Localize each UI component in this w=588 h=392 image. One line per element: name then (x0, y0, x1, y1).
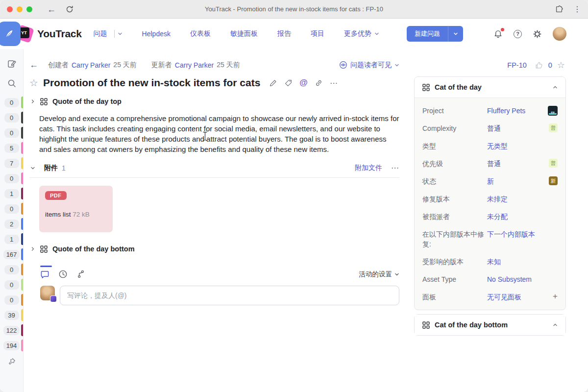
bottom-panel-header[interactable]: Cat of the day bottom (415, 315, 565, 335)
drafts-icon[interactable] (7, 59, 17, 69)
new-issue-button[interactable]: 新建问题 (407, 26, 448, 42)
comments-tab-icon[interactable] (40, 270, 49, 279)
section-quote-bottom[interactable]: Quote of the day bottom (29, 245, 399, 253)
nav-item-4[interactable]: 报告 (277, 29, 291, 38)
issue-main-column: ← 创建者 Carry Parker 25 天前 更新者 Carry Parke… (29, 49, 399, 392)
comment-input[interactable] (60, 286, 399, 305)
thumbs-up-icon[interactable] (535, 61, 543, 70)
fields-panel-header[interactable]: Cat of the day (415, 77, 565, 98)
chevron-down-icon[interactable] (30, 166, 35, 171)
created-user-link[interactable]: Carry Parker (72, 61, 110, 69)
user-avatar[interactable] (553, 27, 566, 41)
count-color-bar (21, 294, 23, 306)
close-window-button[interactable] (7, 6, 13, 12)
history-clock-tab-icon[interactable] (58, 270, 68, 279)
issue-title-row: ☆ Promotion of the new in-stock items fo… (29, 77, 399, 89)
field-value[interactable]: 新 (487, 176, 549, 186)
notifications-bell-icon[interactable] (493, 29, 503, 39)
attachments-more-icon[interactable]: ⋯ (391, 163, 399, 172)
sidebar-count-item[interactable]: 1 (0, 232, 23, 247)
browser-back-icon[interactable]: ← (47, 5, 56, 14)
attach-file-link[interactable]: 附加文件 (355, 164, 382, 172)
sidebar-count-item[interactable]: 167 (0, 247, 23, 262)
field-badge-slot: FP (548, 106, 558, 116)
updated-user-link[interactable]: Carry Parker (175, 61, 214, 69)
add-to-board-plus-icon[interactable]: + (553, 292, 558, 300)
field-value[interactable]: 未排定 (487, 194, 558, 204)
app-body: 000570102116700039122194 ← 创建者 Carry Par… (0, 49, 588, 392)
sidebar-count-item[interactable]: 194 (0, 338, 23, 353)
mention-at-icon[interactable]: @ (299, 78, 308, 88)
visibility-label: 问题读者可见 (350, 61, 392, 70)
field-label: Complexity (422, 123, 487, 133)
vcs-changes-tab-icon[interactable] (76, 270, 86, 279)
sidebar-count-item[interactable]: 0 (0, 293, 23, 308)
sidebar-count-item[interactable]: 0 (0, 262, 23, 277)
nav-item-3[interactable]: 敏捷面板 (230, 29, 258, 38)
browser-menu-kebab-icon[interactable]: ⋮ (573, 4, 581, 14)
more-actions-icon[interactable]: ⋯ (330, 78, 338, 88)
star-issue-icon[interactable]: ☆ (29, 78, 38, 88)
search-icon[interactable] (7, 78, 17, 88)
visibility-selector[interactable]: 问题读者可见 (339, 61, 399, 70)
nav-item-0[interactable]: 问题 (94, 29, 122, 38)
field-value[interactable]: 未分配 (487, 212, 558, 221)
extensions-puzzle-icon[interactable] (555, 5, 564, 14)
sidebar-count-item[interactable]: 0 (0, 171, 23, 186)
help-icon[interactable]: ? (514, 30, 522, 38)
sidebar-count-item[interactable]: 0 (0, 277, 23, 293)
count-badge: 194 (3, 341, 20, 350)
field-value[interactable]: 未知 (487, 257, 558, 267)
tag-icon[interactable] (284, 79, 293, 87)
feather-extension-button[interactable] (0, 22, 21, 46)
sidebar-count-item[interactable]: 1 (0, 186, 23, 201)
sidebar-count-item[interactable]: 0 (0, 95, 23, 110)
activity-settings-button[interactable]: 活动的设置 (359, 270, 400, 279)
settings-gear-icon[interactable] (533, 29, 542, 39)
sidebar-count-item[interactable]: 0 (0, 201, 23, 217)
field-value-badge: 普 (549, 159, 558, 168)
browser-reload-icon[interactable] (66, 5, 74, 13)
maximize-window-button[interactable] (26, 6, 32, 12)
sidebar-count-item[interactable]: 7 (0, 156, 23, 171)
sidebar-count-item[interactable]: 39 (0, 308, 23, 323)
youtrack-logo[interactable]: YT YouTrack (18, 26, 82, 41)
pin-icon[interactable] (7, 357, 16, 366)
nav-item-1[interactable]: Helpdesk (142, 30, 171, 38)
field-value[interactable]: 普通 (487, 123, 549, 133)
count-badge: 122 (3, 326, 20, 335)
field-value[interactable]: 无类型 (487, 141, 558, 151)
chevron-down-icon (394, 272, 399, 277)
nav-item-5[interactable]: 项目 (311, 29, 324, 38)
star-issue-icon[interactable]: ☆ (557, 61, 565, 70)
panel-field-row: 类型无类型 (415, 137, 565, 155)
count-color-bar (21, 97, 23, 108)
sidebar-count-item[interactable]: 2 (0, 217, 23, 232)
new-issue-dropdown-button[interactable] (448, 26, 463, 42)
field-value[interactable]: 无可见面板 (487, 292, 553, 302)
link-icon[interactable] (315, 79, 323, 87)
sidebar-count-item[interactable]: 5 (0, 141, 23, 156)
nav-item-2[interactable]: 仪表板 (190, 29, 211, 38)
issue-id[interactable]: FP-10 (507, 61, 527, 69)
issue-description[interactable]: Develop and execute a comprehensive prom… (39, 113, 399, 154)
field-value[interactable]: 下一个内部版本 (487, 229, 558, 239)
nav-item-6[interactable]: 更多优势 (344, 29, 379, 38)
text-cursor (202, 131, 208, 141)
fields-panel-body: ProjectFluffery PetsFPComplexity普通普类型无类型… (415, 98, 565, 310)
count-color-bar (21, 142, 23, 154)
sidebar-count-item[interactable]: 0 (0, 110, 23, 125)
edit-pencil-icon[interactable] (269, 79, 277, 87)
minimize-window-button[interactable] (17, 6, 23, 12)
field-value[interactable]: 普通 (487, 159, 549, 169)
section-quote-top[interactable]: Quote of the day top (29, 98, 399, 105)
field-value[interactable]: Fluffery Pets (487, 106, 548, 116)
sidebar-count-item[interactable]: 0 (0, 125, 23, 141)
field-value[interactable]: No Subsystem (487, 274, 558, 284)
back-arrow-icon[interactable]: ← (29, 60, 38, 70)
count-color-bar (21, 172, 23, 184)
attachment-card[interactable]: PDF items list 72 kB (39, 186, 113, 232)
project-icon[interactable]: FP (548, 106, 558, 116)
count-color-bar (21, 324, 23, 336)
sidebar-count-item[interactable]: 122 (0, 323, 23, 338)
